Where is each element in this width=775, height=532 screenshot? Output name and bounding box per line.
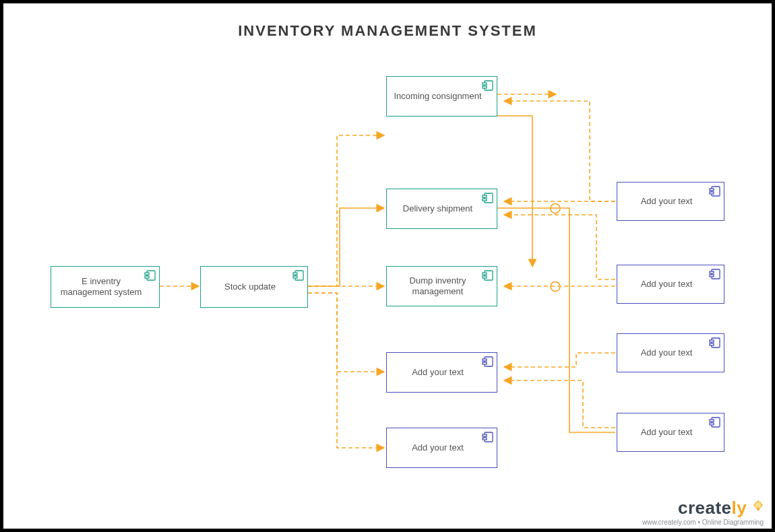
node-label: Add your text: [412, 442, 464, 453]
node-label: Add your text: [641, 279, 693, 290]
component-icon: [482, 356, 494, 368]
node-label: Delivery shipment: [403, 203, 472, 214]
lightbulb-icon: [753, 498, 764, 519]
node-label: Dump inventry management: [394, 275, 482, 298]
component-icon: [709, 185, 721, 197]
svg-rect-7: [757, 508, 760, 510]
diagram-canvas: INVENTORY MANAGEMENT SYSTEM: [3, 3, 772, 529]
node-incoming-consignment[interactable]: Incoming consignment: [386, 76, 497, 117]
node-placeholder-a[interactable]: Add your text: [386, 352, 497, 393]
component-icon: [144, 269, 156, 281]
node-label: E inventry management system: [58, 276, 144, 298]
node-placeholder-b[interactable]: Add your text: [386, 428, 497, 468]
node-right-4[interactable]: Add your text: [617, 413, 724, 452]
node-dump-inventory-management[interactable]: Dump inventry management: [386, 266, 497, 306]
brand-name-a: create: [678, 498, 732, 518]
brand-name-b: ly: [732, 498, 747, 518]
node-label: Add your text: [641, 427, 693, 438]
node-right-1[interactable]: Add your text: [617, 182, 724, 221]
component-icon: [292, 269, 305, 281]
node-right-2[interactable]: Add your text: [617, 265, 724, 304]
node-label: Add your text: [641, 196, 693, 207]
node-label: Add your text: [412, 367, 464, 378]
node-label: Incoming consignment: [394, 91, 481, 102]
svg-point-6: [755, 502, 762, 508]
brand-tagline: www.creately.com • Online Diagramming: [642, 519, 764, 526]
node-label: Stock update: [224, 281, 276, 292]
component-icon: [482, 192, 494, 204]
component-icon: [709, 337, 721, 349]
node-stock-update[interactable]: Stock update: [200, 266, 308, 308]
component-icon: [482, 269, 494, 281]
diagram-title: INVENTORY MANAGEMENT SYSTEM: [3, 22, 772, 40]
component-icon: [482, 431, 494, 443]
brand-footer: creately www.creately.com • Online Diagr…: [642, 498, 764, 526]
node-e-inventory-management[interactable]: E inventry management system: [51, 266, 160, 308]
brand-logo: creately: [642, 498, 764, 519]
node-label: Add your text: [641, 347, 693, 358]
component-icon: [482, 79, 494, 92]
node-delivery-shipment[interactable]: Delivery shipment: [386, 189, 497, 229]
component-icon: [709, 416, 721, 428]
node-right-3[interactable]: Add your text: [617, 333, 724, 372]
component-icon: [709, 268, 721, 280]
